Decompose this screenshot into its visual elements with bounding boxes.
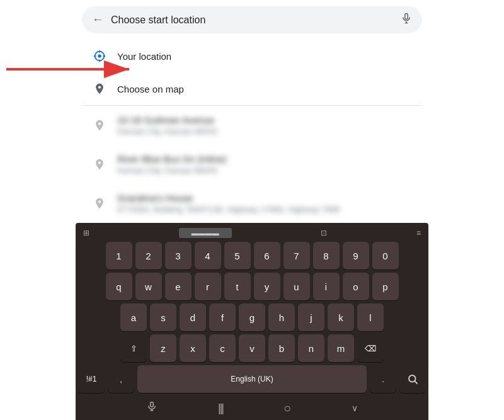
space-key[interactable]: English (UK) xyxy=(137,365,367,393)
key-5[interactable]: 5 xyxy=(224,242,251,270)
bottom-row: !#1 , English (UK) . xyxy=(78,365,426,393)
history-icon-1 xyxy=(92,118,107,133)
key-6[interactable]: 6 xyxy=(254,242,280,270)
kb-top-right2[interactable]: ≡ xyxy=(416,229,421,237)
recent-item-1[interactable]: 10-18 Guttman Avenue Kansas City, Kansas… xyxy=(82,106,422,145)
kb-top-middle: ▬▬▬▬ xyxy=(179,228,232,238)
number-row: 1 2 3 4 5 6 7 8 9 0 xyxy=(78,242,426,270)
key-l[interactable]: l xyxy=(357,304,384,331)
key-1[interactable]: 1 xyxy=(106,242,132,270)
nav-back[interactable]: ||| xyxy=(218,402,223,415)
recent-2-subtitle: Kansas City, Kansas 66043 xyxy=(117,166,226,175)
key-u[interactable]: u xyxy=(284,273,310,300)
key-9[interactable]: 9 xyxy=(343,242,369,270)
key-o[interactable]: o xyxy=(343,273,369,300)
recent-1-title: 10-18 Guttman Avenue xyxy=(117,115,217,125)
svg-rect-0 xyxy=(405,14,408,20)
symbols-key[interactable]: !#1 xyxy=(78,365,105,393)
key-2[interactable]: 2 xyxy=(135,242,162,270)
key-n[interactable]: n xyxy=(298,334,324,362)
choose-on-map-text: Choose on map xyxy=(117,84,184,94)
recent-item-2-text: River Blue Bus On (Inline) Kansas City, … xyxy=(117,154,226,175)
recent-item-3-text: Grandma's House 5773302, Building 782671… xyxy=(117,193,340,214)
nav-home[interactable]: ○ xyxy=(284,402,291,414)
key-c[interactable]: c xyxy=(209,334,236,362)
key-8[interactable]: 8 xyxy=(313,242,340,270)
recent-3-subtitle: 5773302, Building 7826711B, Highway 1784… xyxy=(117,205,340,214)
your-location-item[interactable]: Your location xyxy=(82,40,422,72)
key-r[interactable]: r xyxy=(195,273,221,300)
your-location-title: Your location xyxy=(117,51,171,62)
target-icon xyxy=(92,48,107,64)
mic-icon[interactable] xyxy=(401,13,412,27)
recent-item-2[interactable]: River Blue Bus On (Inline) Kansas City, … xyxy=(82,145,422,184)
qwerty-row: q w e r t y u i o p xyxy=(78,273,426,300)
key-b[interactable]: b xyxy=(268,334,295,362)
search-bar: ← Choose start location xyxy=(82,6,422,33)
backspace-key[interactable]: ⌫ xyxy=(357,334,384,362)
keyboard-top-bar: ⊞ ▬▬▬▬ ⊡ ≡ xyxy=(78,227,426,242)
history-icon-3 xyxy=(92,196,107,211)
period-key[interactable]: . xyxy=(370,365,396,393)
key-d[interactable]: d xyxy=(180,304,206,331)
key-a[interactable]: a xyxy=(120,304,147,331)
search-key[interactable] xyxy=(399,365,426,393)
key-x[interactable]: x xyxy=(180,334,206,362)
key-y[interactable]: y xyxy=(254,273,280,300)
nav-mic[interactable] xyxy=(146,401,158,415)
key-f[interactable]: f xyxy=(209,304,236,331)
key-g[interactable]: g xyxy=(239,304,265,331)
kb-top-left[interactable]: ⊞ xyxy=(83,229,89,237)
key-h[interactable]: h xyxy=(268,304,295,331)
asdf-row: a s d f g h j k l xyxy=(78,304,426,331)
your-location-text: Your location xyxy=(117,51,171,62)
svg-point-6 xyxy=(98,55,101,57)
recent-1-subtitle: Kansas City, Kansas 66043 xyxy=(117,127,217,136)
history-icon-2 xyxy=(92,157,107,172)
choose-on-map-title: Choose on map xyxy=(117,84,184,94)
recent-3-title: Grandma's House xyxy=(117,193,340,203)
svg-point-11 xyxy=(409,375,416,382)
key-j[interactable]: j xyxy=(298,304,324,331)
svg-rect-13 xyxy=(151,402,154,407)
key-m[interactable]: m xyxy=(328,334,354,362)
shift-key[interactable]: ⇧ xyxy=(120,334,147,362)
key-k[interactable]: k xyxy=(328,304,354,331)
key-7[interactable]: 7 xyxy=(284,242,310,270)
key-i[interactable]: i xyxy=(313,273,340,300)
search-bar-container: ← Choose start location xyxy=(0,0,504,40)
keyboard: ⊞ ▬▬▬▬ ⊡ ≡ 1 2 3 4 5 6 7 8 9 0 q w e r t… xyxy=(76,223,428,420)
comma-key[interactable]: , xyxy=(108,365,134,393)
svg-line-12 xyxy=(415,381,417,383)
recent-2-title: River Blue Bus On (Inline) xyxy=(117,154,226,164)
recent-item-1-text: 10-18 Guttman Avenue Kansas City, Kansas… xyxy=(117,115,217,136)
recent-item-3[interactable]: Grandma's House 5773302, Building 782671… xyxy=(82,184,422,223)
back-icon[interactable]: ← xyxy=(92,13,103,26)
key-0[interactable]: 0 xyxy=(372,242,399,270)
key-q[interactable]: q xyxy=(106,273,132,300)
key-v[interactable]: v xyxy=(239,334,265,362)
map-pin-icon xyxy=(92,81,107,96)
key-e[interactable]: e xyxy=(165,273,192,300)
key-3[interactable]: 3 xyxy=(165,242,192,270)
choose-on-map-item[interactable]: Choose on map xyxy=(82,72,422,105)
nav-recents[interactable]: ∨ xyxy=(352,403,358,413)
zxcv-row: ⇧ z x c v b n m ⌫ xyxy=(78,334,426,362)
key-t[interactable]: t xyxy=(224,273,251,300)
search-text: Choose start location xyxy=(111,14,393,26)
key-p[interactable]: p xyxy=(372,273,399,300)
key-z[interactable]: z xyxy=(150,334,176,362)
key-4[interactable]: 4 xyxy=(195,242,221,270)
kb-top-right1[interactable]: ⊡ xyxy=(321,229,327,237)
key-w[interactable]: w xyxy=(135,273,162,300)
key-s[interactable]: s xyxy=(150,304,176,331)
